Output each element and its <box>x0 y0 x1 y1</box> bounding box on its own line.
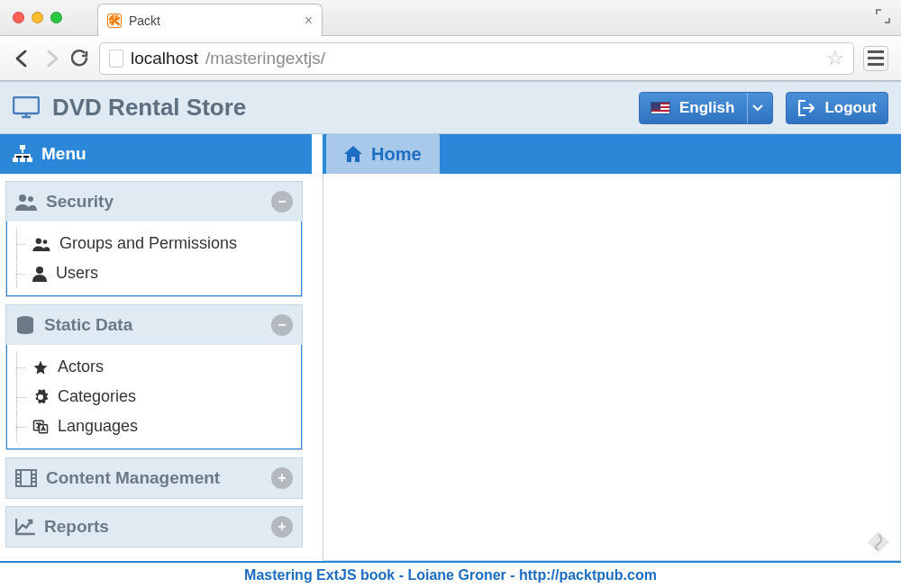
close-tab-icon[interactable]: × <box>305 13 313 29</box>
panel-static-data: Static Data − Actors <box>5 304 303 450</box>
home-icon <box>344 146 362 162</box>
sidebar-item-groups-permissions[interactable]: Groups and Permissions <box>29 229 297 258</box>
svg-rect-4 <box>27 158 32 162</box>
svg-point-5 <box>19 194 26 202</box>
zoom-window-button[interactable] <box>50 12 62 23</box>
gear-icon <box>32 389 49 405</box>
item-label: Users <box>56 264 98 283</box>
minimize-window-button[interactable] <box>32 12 43 23</box>
window-controls <box>13 12 62 23</box>
chart-icon <box>15 518 35 536</box>
svg-point-6 <box>28 196 33 202</box>
page-icon <box>109 50 123 68</box>
item-label: Categories <box>58 387 136 406</box>
sidebar-item-languages[interactable]: Languages <box>29 412 297 441</box>
footer-text: Mastering ExtJS book - Loiane Groner - h… <box>244 567 657 583</box>
forward-button[interactable] <box>41 49 61 68</box>
collapse-icon[interactable]: − <box>271 314 293 336</box>
content-body <box>323 174 901 561</box>
logout-icon <box>797 100 815 116</box>
panel-header-reports[interactable]: Reports + <box>6 507 302 547</box>
content-area: Home <box>323 134 901 561</box>
item-label: Languages <box>58 417 138 436</box>
svg-rect-0 <box>14 97 39 113</box>
panel-reports: Reports + <box>5 506 303 547</box>
app-body: Menu Security − <box>0 133 901 561</box>
expand-icon[interactable]: + <box>271 467 293 489</box>
users-icon <box>32 237 50 251</box>
panel-security: Security − Groups and Permissions <box>5 181 303 297</box>
back-button[interactable] <box>13 49 32 68</box>
svg-point-9 <box>36 267 43 274</box>
panel-header-security[interactable]: Security − <box>6 182 302 222</box>
close-window-button[interactable] <box>13 12 24 23</box>
film-icon <box>15 469 37 487</box>
sidebar-item-categories[interactable]: Categories <box>29 382 297 412</box>
address-bar[interactable]: localhost/masteringextjs/ ☆ <box>99 42 854 75</box>
url-path: /masteringextjs/ <box>205 49 325 68</box>
panel-content-management: Content Management + <box>5 457 303 499</box>
tab-home[interactable]: Home <box>326 134 440 174</box>
star-icon <box>32 359 49 375</box>
language-selector[interactable]: English <box>639 92 773 124</box>
app-title: DVD Rental Store <box>52 94 246 122</box>
browser-toolbar: localhost/masteringextjs/ ☆ <box>0 36 901 81</box>
browser-menu-button[interactable] <box>863 46 888 71</box>
os-titlebar: 🛠 Packt × <box>0 0 901 36</box>
panel-title: Content Management <box>46 468 220 488</box>
expand-icon[interactable]: + <box>271 516 293 538</box>
browser-tab[interactable]: 🛠 Packt × <box>97 4 323 36</box>
flag-us-icon <box>651 102 670 114</box>
user-icon <box>32 266 47 282</box>
url-host: localhost <box>131 49 198 68</box>
reload-button[interactable] <box>70 49 90 68</box>
footer: Mastering ExtJS book - Loiane Groner - h… <box>0 561 901 588</box>
favicon-icon: 🛠 <box>107 14 122 28</box>
logout-button[interactable]: Logout <box>786 92 888 124</box>
panel-title: Reports <box>44 517 109 537</box>
sidebar: Menu Security − <box>0 134 312 561</box>
users-icon <box>15 193 37 211</box>
monitor-icon <box>13 96 40 120</box>
svg-point-7 <box>36 238 41 243</box>
tab-label: Home <box>371 144 422 165</box>
collapse-icon[interactable]: − <box>271 191 293 213</box>
menu-header: Menu <box>0 134 312 174</box>
logout-label: Logout <box>824 99 877 117</box>
svg-rect-2 <box>13 158 18 162</box>
panel-title: Static Data <box>44 315 132 335</box>
chevron-down-icon <box>747 93 767 123</box>
language-icon <box>32 419 49 435</box>
app-header: DVD Rental Store English Logout <box>0 81 901 133</box>
panel-header-content-management[interactable]: Content Management + <box>6 458 302 498</box>
tab-title: Packt <box>129 14 160 28</box>
tabbar: Home <box>323 134 901 174</box>
bookmark-star-icon[interactable]: ☆ <box>826 47 844 70</box>
item-label: Groups and Permissions <box>59 234 237 253</box>
sencha-logo-icon <box>866 529 891 555</box>
item-label: Actors <box>58 357 104 376</box>
language-label: English <box>679 99 734 117</box>
database-icon <box>15 315 35 335</box>
svg-rect-3 <box>20 158 25 162</box>
expand-icon[interactable] <box>876 9 890 23</box>
sitemap-icon <box>13 145 32 163</box>
menu-label: Menu <box>41 144 86 164</box>
sidebar-item-actors[interactable]: Actors <box>29 352 297 382</box>
sidebar-item-users[interactable]: Users <box>29 258 297 288</box>
svg-point-8 <box>43 240 48 244</box>
svg-rect-1 <box>20 145 25 149</box>
panel-header-static-data[interactable]: Static Data − <box>6 305 302 345</box>
panel-title: Security <box>46 192 114 212</box>
